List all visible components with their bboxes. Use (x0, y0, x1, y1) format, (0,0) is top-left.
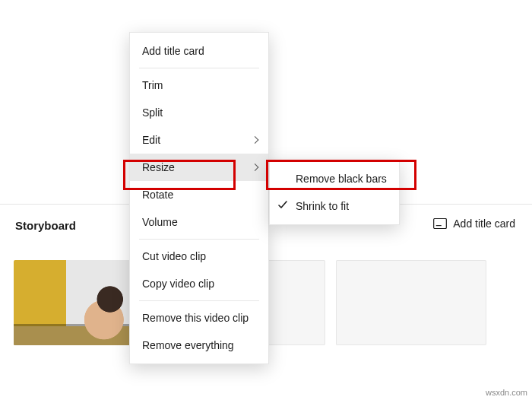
menu-item-label: Remove everything (142, 339, 234, 351)
add-title-card-label: Add title card (453, 217, 515, 230)
svg-rect-0 (434, 218, 447, 228)
menu-volume[interactable]: Volume (130, 208, 268, 236)
resize-submenu: Remove black bars Shrink to fit (269, 160, 400, 225)
menu-item-label: Copy video clip (142, 278, 214, 290)
submenu-shrink-to-fit[interactable]: Shrink to fit (270, 192, 399, 220)
menu-item-label: Cut video clip (142, 250, 206, 262)
watermark: wsxdn.com (486, 388, 527, 397)
svg-rect-4 (30, 330, 32, 339)
menu-remove-clip[interactable]: Remove this video clip (130, 304, 268, 332)
add-title-card-button[interactable]: Add title card (433, 217, 515, 230)
submenu-item-label: Shrink to fit (296, 200, 349, 212)
menu-edit[interactable]: Edit (130, 126, 268, 154)
menu-item-label: Volume (142, 216, 178, 228)
svg-rect-3 (20, 330, 22, 339)
menu-resize[interactable]: Resize (130, 154, 268, 181)
menu-trim[interactable]: Trim (130, 71, 268, 99)
menu-separator (139, 68, 259, 68)
menu-separator (139, 239, 259, 240)
menu-item-label: Split (142, 106, 163, 119)
menu-item-label: Trim (142, 79, 163, 91)
svg-rect-2 (20, 330, 32, 339)
menu-cut-clip[interactable]: Cut video clip (130, 243, 268, 270)
clip-duration: 9:13 (36, 329, 57, 341)
menu-item-label: Edit (142, 134, 160, 146)
menu-remove-everything[interactable]: Remove everything (130, 332, 268, 359)
filmstrip-icon (20, 330, 32, 339)
check-icon (277, 200, 288, 213)
menu-item-label: Resize (142, 161, 175, 173)
menu-item-label: Remove this video clip (142, 312, 249, 324)
submenu-remove-black-bars[interactable]: Remove black bars (270, 165, 399, 192)
menu-item-label: Rotate (142, 189, 173, 201)
empty-clip-slot[interactable] (336, 260, 486, 345)
submenu-item-label: Remove black bars (296, 173, 387, 185)
title-card-icon (433, 218, 447, 229)
menu-copy-clip[interactable]: Copy video clip (130, 270, 268, 297)
menu-add-title-card[interactable]: Add title card (130, 37, 268, 65)
menu-separator (139, 300, 259, 301)
storyboard-heading: Storyboard (15, 219, 76, 232)
menu-split[interactable]: Split (130, 99, 268, 126)
menu-rotate[interactable]: Rotate (130, 181, 268, 208)
context-menu: Add title card Trim Split Edit Resize Ro… (129, 32, 269, 364)
menu-item-label: Add title card (142, 45, 204, 57)
